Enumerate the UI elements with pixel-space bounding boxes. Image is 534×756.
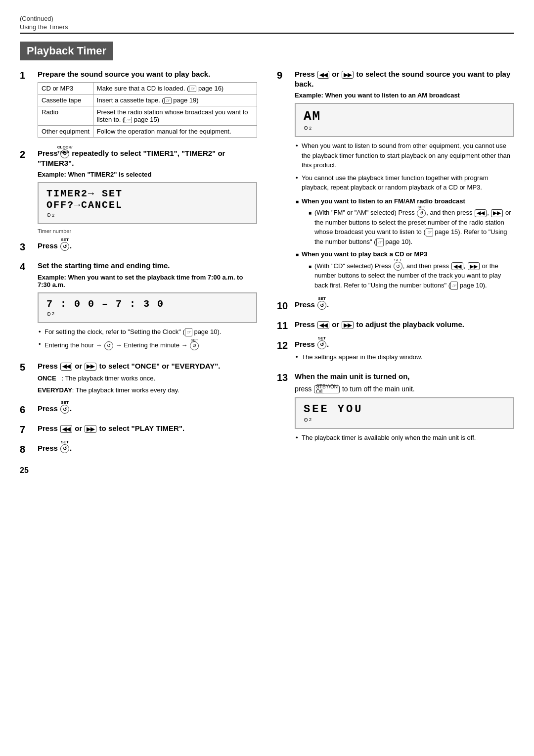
step-4-display: 7 : 0 0 – 7 : 3 0 ⊙2 [38,292,257,323]
fm-am-label: When you want to listen to an FM/AM radi… [302,197,465,205]
step-4-notes: For setting the clock, refer to "Setting… [38,327,257,351]
step-6: 6 Press SET↺. [20,404,257,417]
table-row: Other equipment Follow the operation man… [38,125,257,137]
step-13-number: 13 [277,372,291,383]
ref-icon: ☞ [185,328,192,336]
step-12-notes: The settings appear in the display windo… [295,352,514,362]
bullet-1: When you want to listen to sound from ot… [295,141,514,170]
next-icon-cd: ▶▶ [468,262,480,270]
step-10: 10 Press SET↺. [277,300,514,313]
step-2-display: TIMER2→ SET OFF?→CANCEL ⊙2 [38,182,257,224]
table-cell-instruction: Preset the radio station whose broadcast… [93,106,257,125]
set-icon-2: SET↺ [190,341,199,350]
step-5-once: ONCE : The playback timer works once. [38,374,257,383]
top-header: (Continued) Using the Timers [20,15,514,31]
table-cell-source: Radio [38,106,93,125]
cd-sub-1: (With "CD" selected) Press SET↺, and the… [308,261,514,290]
icon-sup-2: 2 [52,311,54,316]
step-10-heading: Press SET↺. [295,300,514,310]
subtitle-label: Using the Timers [20,23,514,31]
step-4-content: Set the starting time and ending time. E… [38,261,257,354]
circle-symbol-2: ⊙ [46,311,51,317]
step-6-number: 6 [20,404,34,416]
table-row: Cassette tape Insert a cassette tape. (☞… [38,94,257,106]
table-cell-source: CD or MP3 [38,82,93,94]
step-2: 2 Press CLOCK/TIMER↺ repeatedly to selec… [20,148,257,235]
table-cell-instruction: Insert a cassette tape. (☞ page 19) [93,94,257,106]
step-13-display: SEE YOU ⊙2 [295,397,514,429]
display-icon-9: ⊙2 [304,125,505,131]
step-13-heading: When the main unit is turned on, [295,372,514,381]
step-9-display: AM ⊙2 [295,103,514,137]
step-12-content: Press SET↺. The settings appear in the d… [295,339,514,365]
step-6-heading: Press SET↺. [38,404,257,414]
set-icon: SET↺ [60,242,69,251]
step-4-heading: Set the starting time and ending time. [38,261,257,271]
prev-icon-11: ◀◀ [317,321,329,329]
step-7: 7 Press ◀◀ or ▶▶ to select "PLAY TIMER". [20,424,257,436]
square-item-2: When you want to play back a CD or MP3 (… [295,249,514,290]
circle-symbol-9: ⊙ [304,125,308,131]
display-see-you: SEE YOU [304,403,505,416]
note-1: For setting the clock, refer to "Setting… [38,327,257,337]
page-title: Playback Timer [20,42,113,60]
step-12-note: The settings appear in the display windo… [295,352,514,362]
arrow-icon: ↺ [104,341,113,350]
timer-num-label: Timer number [38,228,257,234]
ref-icon: ☞ [376,238,384,246]
step-13-main: When the main unit is turned on, [295,372,410,380]
step-12-heading: Press SET↺. [295,339,514,349]
set-icon-10: SET↺ [317,301,326,310]
ref-icon: ☞ [189,86,196,92]
cd-mp3-label: When you want to play back a CD or MP3 [302,250,427,258]
fm-am-sub-1: (With "FM" or "AM" selected) Press SET↺,… [308,208,514,246]
step-5: 5 Press ◀◀ or ▶▶ to select "ONCE" or "EV… [20,361,257,397]
step-2-example-label: Example: When "TIMER2" is selected [38,171,257,178]
step-4-number: 4 [20,261,34,273]
standby-icon: STBY/ONO/L [314,385,340,393]
ref-icon: ☞ [450,282,458,290]
clock-timer-icon: CLOCK/TIMER↺ [60,149,69,158]
display-am: AM [304,109,505,124]
continued-label: (Continued) [20,15,514,22]
step-8-heading: Press SET↺. [38,443,257,453]
step-8-content: Press SET↺. [38,443,257,456]
arrow-text: Entering the hour → ↺ → Entering the min… [44,341,199,349]
step-7-number: 7 [20,424,34,435]
display-line1: TIMER2→ SET [46,188,248,199]
step-8-number: 8 [20,443,34,455]
step-2-number: 2 [20,148,34,160]
display-icon-13: ⊙2 [304,417,505,423]
step-5-number: 5 [20,361,34,373]
step-13-notes: The playback timer is available only whe… [295,433,514,443]
step-13-note: The playback timer is available only whe… [295,433,514,443]
set-icon-cd: SET↺ [394,262,402,271]
step-13-sub-heading: press STBY/ONO/L to turn off the main un… [295,384,514,393]
square-item-1: When you want to listen to an FM/AM radi… [295,196,514,247]
prev-icon-fm: ◀◀ [475,209,487,217]
header-rule [20,33,514,34]
step-1-number: 1 [20,69,34,81]
table-cell-source: Cassette tape [38,94,93,106]
display-icon-2: ⊙2 [46,311,248,317]
step-1-content: Prepare the sound source you want to pla… [38,69,257,142]
prev-icon: ◀◀ [60,363,72,371]
display-icon: ⊙2 [46,212,248,218]
step-5-heading: Press ◀◀ or ▶▶ to select "ONCE" or "EVER… [38,361,257,371]
ref-icon: ☞ [164,97,172,104]
step-9-number: 9 [277,69,291,81]
page-number: 25 [20,466,257,475]
step-13: 13 When the main unit is turned on, pres… [277,372,514,445]
step-7-heading: Press ◀◀ or ▶▶ to select "PLAY TIMER". [38,424,257,433]
set-icon-fm: SET↺ [417,209,426,218]
left-column: 1 Prepare the sound source you want to p… [20,69,257,475]
next-icon-9: ▶▶ [342,71,354,79]
set-icon-8: SET↺ [60,444,69,453]
display-time: 7 : 0 0 – 7 : 3 0 [46,298,248,310]
step-11-number: 11 [277,320,291,331]
step-13-content: When the main unit is turned on, press S… [295,372,514,445]
step-1: 1 Prepare the sound source you want to p… [20,69,257,142]
step-7-content: Press ◀◀ or ▶▶ to select "PLAY TIMER". [38,424,257,436]
right-column: 9 Press ◀◀ or ▶▶ to select the sound sou… [277,69,514,452]
ref-icon: ☞ [125,117,132,123]
